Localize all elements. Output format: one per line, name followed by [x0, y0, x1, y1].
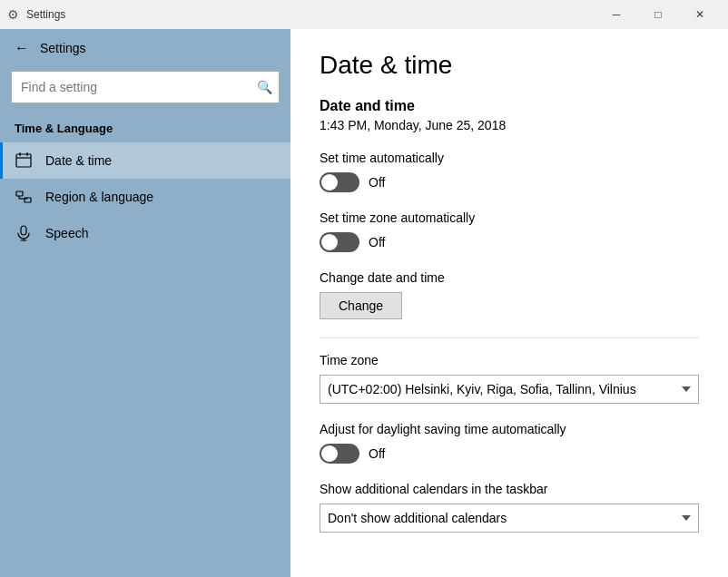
sidebar-item-speech[interactable]: Speech [0, 215, 290, 251]
set-time-auto-row: Off [320, 172, 699, 192]
speech-icon [15, 224, 33, 242]
region-language-icon [15, 188, 33, 206]
window-controls: ─ □ ✕ [595, 0, 721, 29]
set-time-auto-setting: Set time automatically Off [320, 151, 699, 192]
content-area: Date & time Date and time 1:43 PM, Monda… [290, 29, 728, 577]
search-button[interactable]: 🔍 [257, 80, 272, 94]
search-input[interactable] [11, 71, 280, 103]
maximize-button[interactable]: □ [637, 0, 679, 29]
page-title: Date & time [320, 51, 699, 80]
sidebar: ← Settings 🔍 Time & Language Date & time [0, 29, 290, 577]
date-time-icon [15, 152, 33, 170]
back-arrow-icon: ← [15, 40, 29, 56]
set-time-auto-state: Off [369, 175, 385, 190]
additional-calendars-label: Show additional calendars in the taskbar [320, 482, 699, 496]
sidebar-item-label-speech: Speech [45, 226, 88, 240]
svg-rect-9 [21, 226, 26, 235]
date-and-time-heading: Date and time [320, 98, 699, 114]
timezone-select[interactable]: (UTC+02:00) Helsinki, Kyiv, Riga, Sofia,… [320, 375, 699, 404]
daylight-saving-row: Off [320, 444, 699, 464]
calendar-select[interactable]: Don't show additional calendars [320, 504, 699, 533]
divider-1 [320, 337, 699, 338]
sidebar-item-label-date-time: Date & time [45, 153, 112, 168]
change-datetime-label: Change date and time [320, 270, 699, 285]
back-label: Settings [40, 41, 86, 55]
set-timezone-auto-state: Off [369, 235, 385, 249]
current-datetime: 1:43 PM, Monday, June 25, 2018 [320, 118, 699, 132]
sidebar-item-date-time[interactable]: Date & time [0, 142, 290, 179]
sidebar-section-title: Time & Language [0, 114, 290, 142]
additional-calendars-setting: Show additional calendars in the taskbar… [320, 482, 699, 533]
sidebar-item-region-language[interactable]: Region & language [0, 179, 290, 215]
daylight-saving-toggle[interactable] [320, 444, 359, 464]
sidebar-item-label-region: Region & language [45, 190, 153, 204]
change-datetime-setting: Change date and time Change [320, 270, 699, 319]
svg-rect-4 [16, 191, 23, 196]
close-button[interactable]: ✕ [679, 0, 721, 29]
svg-rect-0 [16, 154, 31, 167]
set-time-auto-label: Set time automatically [320, 151, 699, 165]
main-layout: ← Settings 🔍 Time & Language Date & time [0, 29, 728, 577]
settings-icon: ⚙ [7, 7, 19, 22]
timezone-setting: Time zone (UTC+02:00) Helsinki, Kyiv, Ri… [320, 353, 699, 404]
set-timezone-auto-toggle[interactable] [320, 232, 359, 252]
title-bar: ⚙ Settings ─ □ ✕ [0, 0, 728, 29]
set-time-auto-toggle[interactable] [320, 172, 359, 192]
daylight-saving-label: Adjust for daylight saving time automati… [320, 422, 699, 436]
title-bar-title: Settings [26, 8, 595, 21]
set-timezone-auto-setting: Set time zone automatically Off [320, 210, 699, 252]
set-timezone-auto-row: Off [320, 232, 699, 252]
minimize-button[interactable]: ─ [595, 0, 637, 29]
search-container: 🔍 [11, 71, 280, 103]
change-button[interactable]: Change [320, 292, 402, 319]
daylight-saving-state: Off [369, 446, 385, 461]
date-and-time-section: Date and time 1:43 PM, Monday, June 25, … [320, 98, 699, 132]
timezone-label: Time zone [320, 353, 699, 367]
set-timezone-auto-label: Set time zone automatically [320, 210, 699, 225]
back-button[interactable]: ← Settings [0, 29, 290, 67]
daylight-saving-setting: Adjust for daylight saving time automati… [320, 422, 699, 464]
